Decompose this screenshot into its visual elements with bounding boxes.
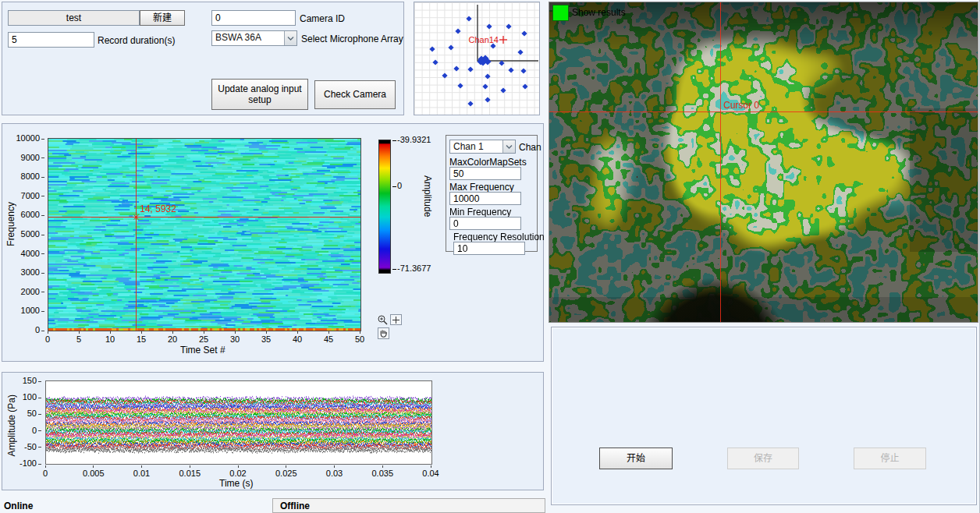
color-scale[interactable] [378,140,391,274]
frequency-resolution-label: Frequency Resolution [453,232,545,242]
color-scale-label: Amplitude [422,175,433,217]
axis-tick-label: 15 [130,331,152,344]
frequency-resolution-field[interactable] [453,242,525,255]
spectrogram-cursor-readout: 14, 5932 [140,203,176,214]
mic-array-select[interactable]: BSWA 36A [211,30,297,46]
spectrogram-xlabel: Time Set # [180,345,225,356]
camera-id-label: Camera ID [300,13,345,24]
waveform-ylabel: Amplitude (Pa) [6,394,17,456]
axis-tick-label: 0.035 [367,465,398,478]
axis-tick-label: 150 [18,376,41,385]
max-colormap-sets-field[interactable] [449,167,521,180]
color-scale-min: -71.3677 [392,264,431,273]
color-scale-mid: 0 [392,181,402,190]
axis-tick-label: 7000 [15,191,44,200]
axis-tick-label: -50 [18,442,41,451]
mic-array-panel: Chan14 [414,2,540,115]
axis-tick-label: 30 [224,331,246,344]
start-button[interactable]: 开始 [599,448,673,469]
axis-tick-label: 1000 [15,306,44,315]
axis-tick-label: 40 [286,331,308,344]
spectrogram-ylabel: Frequency [5,202,16,246]
record-duration-field[interactable] [8,32,94,48]
pan-hand-tool-icon[interactable] [378,327,389,339]
camera-image-wrap: Cursor 0 Show results [549,2,978,322]
axis-tick-label: 10000 [15,133,44,143]
show-results-indicator[interactable] [552,5,569,21]
axis-tick-label: 3000 [15,267,44,277]
run-control-panel: 开始 保存 停止 [551,327,977,505]
axis-tick-label: 2000 [15,287,44,296]
chan-select-value: Chan 1 [450,140,502,153]
axis-tick-label: 0 [37,331,59,344]
chan-select-label: Chan [519,142,541,153]
axis-tick-label: 0.01 [126,465,158,478]
waveform-panel: Amplitude (Pa) 150100500-50-100 00.0050.… [2,372,544,490]
chevron-down-icon[interactable] [502,140,515,153]
axis-tick-label: 0 [18,426,41,435]
axis-tick-label: 35 [255,331,277,344]
color-scale-max: -39.9321 [392,135,431,144]
axis-tick-label: 100 [18,392,41,402]
axis-tick-label: 0.04 [415,465,446,478]
camera-id-field[interactable] [211,10,296,26]
max-frequency-field[interactable] [449,192,521,205]
config-panel: 新建 Record duration(s) Camera ID BSWA 36A… [2,2,404,115]
zoom-tool-icon[interactable] [377,314,389,328]
axis-tick-label: 8000 [15,172,44,181]
offline-status-label: Offline [280,501,310,511]
axis-tick-label: 0.03 [319,465,350,478]
max-frequency-label: Max Frequency [449,182,514,193]
mic-array-plot[interactable]: Chan14 [414,2,539,115]
cursor-tool-icon[interactable] [390,314,402,325]
stop-button[interactable]: 停止 [854,448,926,469]
max-colormap-sets-label: MaxColorMapSets [449,157,527,168]
svg-text:Chan14: Chan14 [468,35,499,44]
spectrogram-canvas[interactable] [48,138,361,331]
online-status-label: Online [4,501,33,511]
offline-status-bar: Offline [272,498,545,513]
test-name-field[interactable] [8,10,140,26]
min-frequency-field[interactable] [449,217,521,230]
waveform-canvas[interactable] [45,380,432,465]
axis-tick-label: 20 [162,331,183,344]
axis-tick-label: 9000 [15,153,44,162]
mic-array-select-label: Select Microphone Array [301,34,403,44]
chevron-down-icon[interactable] [284,31,296,45]
spectrogram-panel: Frequency 100009000800070006000500040003… [2,123,544,362]
axis-tick-label: 50 [18,409,41,418]
axis-tick-label: 4000 [15,249,44,258]
acoustic-camera-app: 新建 Record duration(s) Camera ID BSWA 36A… [0,0,980,513]
axis-tick-label: 45 [318,331,339,344]
min-frequency-label: Min Frequency [449,207,511,218]
save-button[interactable]: 保存 [727,448,799,469]
axis-tick-label: 25 [193,331,215,344]
axis-tick-label: 50 [349,331,371,344]
camera-acoustic-map[interactable] [549,2,978,322]
new-button[interactable]: 新建 [140,10,185,26]
camera-cursor-label: Cursor 0 [723,100,759,111]
axis-tick-label: 10 [99,331,121,344]
axis-tick-label: 0.005 [78,465,109,478]
analysis-controls-box: Chan 1 Chan MaxColorMapSets Max Frequenc… [446,135,538,252]
record-duration-label: Record duration(s) [98,35,175,46]
waveform-xlabel: Time (s) [219,478,254,489]
axis-tick-label: 0.015 [174,465,205,478]
camera-cursor-hline[interactable] [549,111,978,112]
camera-cursor-vline[interactable] [720,2,721,322]
update-analog-input-button[interactable]: Update analog input setup [211,79,308,110]
axis-tick-label: 0.02 [222,465,254,478]
show-results-label: Show results [572,7,626,18]
axis-tick-label: 0.025 [271,465,302,478]
axis-tick-label: 6000 [15,210,44,219]
camera-view-panel: Cursor 0 Show results [549,2,978,323]
axis-tick-label: 5000 [15,229,44,239]
check-camera-button[interactable]: Check Camera [314,80,396,109]
axis-tick-label: 0 [30,465,61,478]
chan-select[interactable]: Chan 1 [449,140,516,154]
axis-tick-label: 5 [68,331,90,344]
mic-array-select-value: BSWA 36A [212,31,284,45]
